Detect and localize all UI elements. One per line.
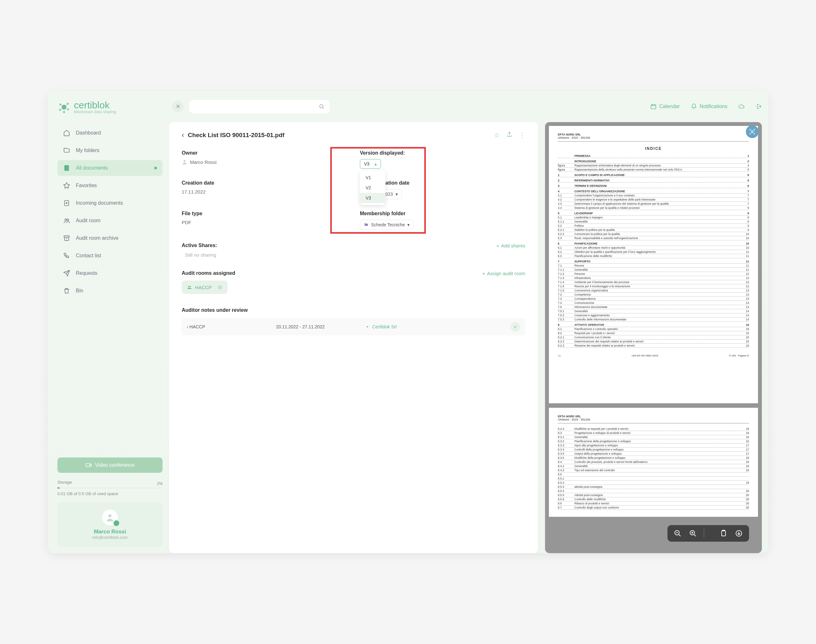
zoom-in-button[interactable] xyxy=(689,529,697,538)
rooms-label: Audit rooms assigned xyxy=(182,270,235,276)
nav-incoming[interactable]: Incoming documents xyxy=(57,195,162,211)
nav-contacts[interactable]: Contact list xyxy=(57,248,162,264)
svg-point-24 xyxy=(751,131,753,133)
version-option-V2[interactable]: V2 xyxy=(360,182,385,193)
user-icon xyxy=(182,159,187,165)
remove-tag-icon[interactable]: ⊗ xyxy=(218,284,222,291)
contacts-icon xyxy=(63,252,70,259)
svg-point-20 xyxy=(184,160,185,162)
nav-dashboard[interactable]: Dashboard xyxy=(57,125,162,141)
main: ✕ Calendar Notifications ‹ Check List IS… xyxy=(169,91,768,553)
svg-rect-16 xyxy=(86,463,90,467)
doc-page-2: EPTA NORD SRLUNIstore - 2015 - 381346 8.… xyxy=(549,408,758,517)
nav: DashboardMy foldersAll documentsFavorite… xyxy=(57,125,162,299)
svg-point-23 xyxy=(367,326,368,327)
logo: certiblok blockchain data sharing xyxy=(57,100,162,114)
back-button[interactable]: ‹ xyxy=(182,131,184,140)
auditroom-icon xyxy=(63,217,70,224)
dashboard-icon xyxy=(63,129,70,136)
calendar-icon xyxy=(650,103,657,110)
bin-icon xyxy=(63,287,70,294)
nav-folders[interactable]: My folders xyxy=(57,143,162,158)
archive-icon xyxy=(63,235,70,242)
storage-percent: 2% xyxy=(157,481,162,486)
calendar-link[interactable]: Calendar xyxy=(650,103,680,110)
logo-tagline: blockchain data sharing xyxy=(74,110,116,114)
filetype-field: File type PDF xyxy=(182,211,347,230)
zoom-in-icon xyxy=(689,529,697,537)
nav-auditroom[interactable]: Audit room xyxy=(57,213,162,228)
membership-chip[interactable]: Schede Tecniche ▾ xyxy=(360,220,414,230)
more-button[interactable]: ⋮ xyxy=(519,131,525,140)
nav-favorites[interactable]: Favorites xyxy=(57,178,162,193)
search-icon xyxy=(319,104,325,109)
assign-room-button[interactable]: + Assign audit room xyxy=(482,271,525,276)
logout-button[interactable] xyxy=(755,103,762,110)
storage-label: Storage xyxy=(57,480,72,485)
avatar xyxy=(102,509,118,525)
storage-widget: Storage 2% 0.01 GB of 0.5 GB of used spa… xyxy=(57,480,162,496)
clipboard-button[interactable] xyxy=(719,529,728,538)
nav-archive[interactable]: Audit room archive xyxy=(57,230,162,246)
document-preview: EPTA NORD SRLUNIstore - 2015 - 381346 IN… xyxy=(545,122,762,553)
version-field: Version displayed: V3▴ V1V2V3 xyxy=(360,150,525,169)
storage-text: 0.01 GB of 0.5 GB of used space xyxy=(57,491,118,496)
search-input[interactable] xyxy=(189,100,329,113)
cloud-action[interactable] xyxy=(738,103,745,110)
topbar: ✕ Calendar Notifications xyxy=(169,100,762,113)
nav-bin[interactable]: Bin xyxy=(57,283,162,299)
profile-card: Marco Rossi info@certiblok.com xyxy=(57,503,162,547)
svg-point-22 xyxy=(190,286,191,287)
doc-title-row: ‹ Check List ISO 90011-2015-01.pdf ☆ ⋮ xyxy=(182,131,525,140)
details-grid: Owner Marco Rossi Version displayed: V3▴… xyxy=(182,150,525,230)
share-icon xyxy=(506,131,513,138)
add-shares-button[interactable]: + Add shares xyxy=(496,243,525,248)
svg-point-17 xyxy=(109,514,112,517)
favorite-button[interactable]: ☆ xyxy=(494,131,500,140)
svg-point-14 xyxy=(67,219,69,221)
nav-alldocs[interactable]: All documents xyxy=(57,160,162,176)
sidebar: certiblok blockchain data sharing Dashbo… xyxy=(48,91,169,553)
video-conference-label: Video conference xyxy=(95,462,135,468)
version-dropdown[interactable]: V3▴ xyxy=(360,159,381,169)
version-option-V3[interactable]: V3 xyxy=(360,193,385,203)
favorites-icon xyxy=(63,182,70,189)
svg-point-18 xyxy=(320,104,323,108)
notes-row[interactable]: › HACCP 20.11.2022 - 27.11.2022 Certiblo… xyxy=(182,318,525,336)
users-icon xyxy=(187,285,192,290)
video-conference-button[interactable]: Video conference xyxy=(57,457,162,473)
doc-title: Check List ISO 90011-2015-01.pdf xyxy=(188,132,284,139)
zoom-out-button[interactable] xyxy=(673,529,682,538)
creation-field: Creation date 17.11.2022 xyxy=(182,180,347,199)
membership-field: Membership folder Schede Tecniche ▾ xyxy=(360,211,525,230)
folder-icon xyxy=(364,222,369,227)
download-button[interactable] xyxy=(734,529,743,538)
svg-point-13 xyxy=(65,219,67,221)
room-tag[interactable]: HACCP⊗ xyxy=(182,281,228,294)
storage-bar: 2% xyxy=(57,487,162,489)
svg-point-4 xyxy=(67,108,69,110)
svg-rect-27 xyxy=(722,531,726,536)
scan-icon xyxy=(749,128,756,135)
svg-point-21 xyxy=(188,286,189,287)
clipboard-icon xyxy=(720,529,727,537)
notifications-link[interactable]: Notifications xyxy=(691,103,727,110)
owner-field: Owner Marco Rossi xyxy=(182,150,347,169)
logo-icon xyxy=(57,100,71,114)
logo-name: certiblok xyxy=(74,100,116,110)
nav-requests[interactable]: Requests xyxy=(57,265,162,281)
content: ‹ Check List ISO 90011-2015-01.pdf ☆ ⋮ O… xyxy=(169,122,762,553)
bell-icon xyxy=(691,103,697,110)
doc-page-1: EPTA NORD SRLUNIstore - 2015 - 381346 IN… xyxy=(549,126,758,403)
top-links: Calendar Notifications xyxy=(650,103,762,110)
alldocs-icon xyxy=(63,164,70,172)
download-icon xyxy=(735,529,743,537)
incoming-icon xyxy=(63,199,70,207)
version-option-V1[interactable]: V1 xyxy=(360,172,385,182)
scan-button[interactable] xyxy=(746,125,759,138)
share-button[interactable] xyxy=(506,131,513,140)
app-window: certiblok blockchain data sharing Dashbo… xyxy=(48,91,768,553)
close-button[interactable]: ✕ xyxy=(172,101,184,112)
cloud-icon xyxy=(738,103,745,110)
company-icon xyxy=(365,325,370,329)
